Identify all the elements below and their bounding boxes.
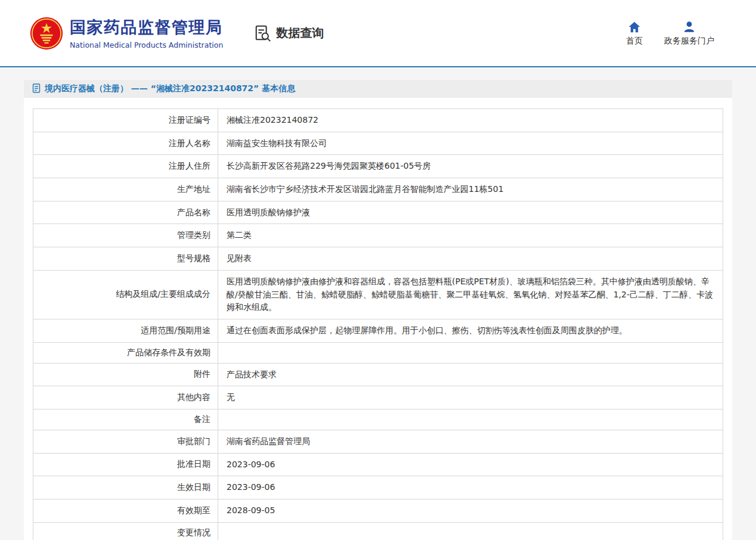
brand-text: 国家药品监督管理局 National Medical Products Admi… [70, 17, 223, 49]
nav-portal[interactable]: 政务服务门户 [664, 20, 714, 46]
registration-info-table: 注册证编号 湘械注准20232140872 注册人名称 湖南益安生物科技有限公司… [33, 108, 723, 540]
table-row: 适用范围/预期用途 通过在创面表面形成保护层，起物理屏障作用。用于小创口、擦伤、… [33, 319, 723, 342]
data-query-icon [254, 24, 272, 42]
top-nav: 首页 政务服务门户 [626, 20, 714, 46]
row-value [218, 409, 723, 430]
org-name-en: National Medical Products Administration [70, 41, 223, 49]
row-value: 产品技术要求 [218, 363, 723, 386]
row-label: 变更情况 [33, 522, 218, 540]
row-value [218, 522, 723, 540]
table-row: 变更情况 [33, 522, 723, 540]
info-table-body: 注册证编号 湘械注准20232140872 注册人名称 湖南益安生物科技有限公司… [33, 109, 723, 540]
home-icon [628, 20, 640, 33]
page-title-bar: 境内医疗器械（注册） —— “湘械注准20232140872” 基本信息 [24, 80, 732, 98]
row-value: 湖南省药品监督管理局 [218, 430, 723, 453]
row-value [218, 342, 723, 363]
row-value: 无 [218, 386, 723, 409]
row-label: 注册证编号 [33, 109, 218, 132]
row-label: 有效期至 [33, 499, 218, 523]
row-value: 湘械注准20232140872 [218, 109, 723, 132]
table-row: 注册人住所 长沙高新开发区谷苑路229号海凭园聚英楼601-05号房 [33, 155, 723, 178]
row-value: 见附表 [218, 247, 723, 271]
row-label: 审批部门 [33, 430, 218, 453]
brand: 国家药品监督管理局 National Medical Products Admi… [30, 17, 223, 50]
table-row: 产品名称 医用透明质酸钠修护液 [33, 201, 723, 224]
row-label: 结构及组成/主要组成成分 [33, 270, 218, 319]
site-header: 国家药品监督管理局 National Medical Products Admi… [0, 0, 756, 67]
table-row: 审批部门 湖南省药品监督管理局 [33, 430, 723, 453]
row-label: 生产地址 [33, 178, 218, 201]
data-query-label: 数据查询 [276, 25, 324, 41]
nav-home-label: 首页 [626, 36, 643, 46]
row-value: 2023-09-06 [218, 453, 723, 476]
table-row: 附件 产品技术要求 [33, 363, 723, 386]
row-label: 注册人名称 [33, 132, 218, 155]
row-value: 湖南益安生物科技有限公司 [218, 132, 723, 155]
row-value: 2023-09-06 [218, 476, 723, 499]
row-label: 其他内容 [33, 386, 218, 409]
row-label: 管理类别 [33, 224, 218, 247]
document-icon [32, 83, 41, 95]
national-emblem-logo [30, 17, 63, 50]
table-row: 生效日期 2023-09-06 [33, 476, 723, 499]
row-label: 产品名称 [33, 201, 218, 224]
row-label: 批准日期 [33, 453, 218, 476]
org-name-cn: 国家药品监督管理局 [70, 17, 223, 38]
page-title: 境内医疗器械（注册） —— “湘械注准20232140872” 基本信息 [45, 83, 295, 94]
row-label: 备注 [33, 409, 218, 430]
table-row: 有效期至 2028-09-05 [33, 499, 723, 523]
table-row: 注册证编号 湘械注准20232140872 [33, 109, 723, 132]
row-label: 产品储存条件及有效期 [33, 342, 218, 363]
user-icon [683, 20, 695, 33]
table-row: 批准日期 2023-09-06 [33, 453, 723, 476]
row-label: 型号规格 [33, 247, 218, 271]
info-card: 境内医疗器械（注册） —— “湘械注准20232140872” 基本信息 注册证… [24, 80, 732, 540]
row-value: 医用透明质酸钠修护液 [218, 201, 723, 224]
table-row: 其他内容 无 [33, 386, 723, 409]
row-value: 湖南省长沙市宁乡经济技术开发区谐园北路蓝月谷智能制造产业园11栋501 [218, 178, 723, 201]
nav-portal-label: 政务服务门户 [664, 36, 714, 46]
table-row: 型号规格 见附表 [33, 247, 723, 271]
row-label: 注册人住所 [33, 155, 218, 178]
row-value: 通过在创面表面形成保护层，起物理屏障作用。用于小创口、擦伤、切割伤等浅表性创面及… [218, 319, 723, 342]
row-value: 医用透明质酸钠修护液由修护液和容器组成，容器包括塑料瓶(PE或PET材质)、玻璃… [218, 270, 723, 319]
row-value: 第二类 [218, 224, 723, 247]
row-label: 附件 [33, 363, 218, 386]
row-value: 长沙高新开发区谷苑路229号海凭园聚英楼601-05号房 [218, 155, 723, 178]
table-row: 结构及组成/主要组成成分 医用透明质酸钠修护液由修护液和容器组成，容器包括塑料瓶… [33, 270, 723, 319]
row-value: 2028-09-05 [218, 499, 723, 523]
main-content: 境内医疗器械（注册） —— “湘械注准20232140872” 基本信息 注册证… [0, 80, 756, 540]
data-query-section: 数据查询 [254, 24, 324, 42]
row-label: 生效日期 [33, 476, 218, 499]
table-row: 生产地址 湖南省长沙市宁乡经济技术开发区谐园北路蓝月谷智能制造产业园11栋501 [33, 178, 723, 201]
table-row: 备注 [33, 409, 723, 430]
table-row: 管理类别 第二类 [33, 224, 723, 247]
table-row: 产品储存条件及有效期 [33, 342, 723, 363]
nav-home[interactable]: 首页 [626, 20, 643, 46]
row-label: 适用范围/预期用途 [33, 319, 218, 342]
table-row: 注册人名称 湖南益安生物科技有限公司 [33, 132, 723, 155]
